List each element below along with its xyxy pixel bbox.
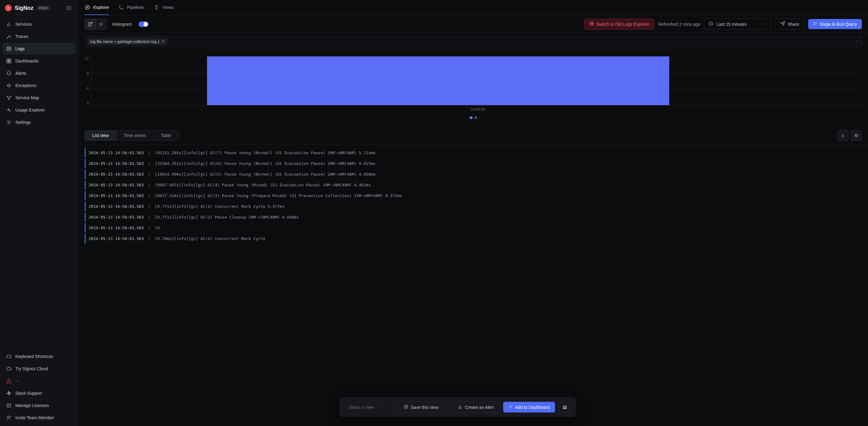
tab-label: Views — [162, 5, 174, 10]
log-body: [19624.996s][info][gc] GC(5) Pause Young… — [155, 172, 376, 176]
svg-point-7 — [8, 36, 9, 36]
y-tick: 4 — [87, 86, 89, 90]
chevron-down-icon[interactable] — [856, 39, 859, 44]
chart-plot-area[interactable] — [91, 56, 862, 105]
log-timestamp: 2024-05-13 14:56:02.563 — [89, 226, 144, 230]
view-mode-segmented: List view Time series Table — [85, 130, 179, 141]
sidebar-item-traces[interactable]: Traces — [2, 31, 76, 42]
sidebar-item-services[interactable]: Services — [2, 19, 76, 30]
switch-label: Switch to Old Logs Explorer — [596, 22, 650, 27]
sidebar-item-slack-support[interactable]: Slack Support — [2, 387, 76, 399]
sidebar-item-label: Traces — [16, 34, 28, 39]
save-view-button[interactable]: Save this view — [398, 401, 443, 413]
svg-point-43 — [119, 5, 120, 6]
log-separator: | — [148, 226, 151, 230]
svg-rect-69 — [563, 406, 566, 407]
sidebar: SigNoz FREE Services Traces Logs Dashboa… — [0, 0, 79, 426]
svg-rect-1 — [67, 6, 71, 10]
sidebar-item-keyboard-shortcuts[interactable]: Keyboard Shortcuts — [2, 351, 76, 362]
close-icon[interactable]: ✕ — [162, 39, 164, 43]
svg-rect-12 — [7, 59, 8, 61]
legend-label: A — [474, 115, 477, 120]
log-body: [8677.316s][info][gc] GC(3) Pause Young … — [155, 193, 402, 198]
log-row[interactable]: 2024-05-13 14:56:02.563|[0.766s][info][g… — [85, 234, 862, 243]
view-mode-timeseries[interactable]: Time series — [117, 131, 154, 140]
histogram-toggle[interactable] — [138, 22, 149, 27]
view-mode-list[interactable]: List view — [85, 131, 117, 140]
log-row[interactable]: 2024-05-13 14:56:02.563|[9687.947s][info… — [85, 180, 862, 190]
log-body: [0.771s][info][gc] GC(2) Concurrent Mark… — [155, 204, 285, 209]
download-button[interactable] — [837, 130, 848, 141]
log-row[interactable]: 2024-05-13 14:56:02.563|[8677.316s][info… — [85, 191, 862, 200]
columns-button[interactable] — [851, 130, 862, 141]
plan-badge: FREE — [36, 6, 50, 10]
log-timestamp: 2024-05-13 14:56:02.563 — [89, 215, 144, 220]
log-row[interactable]: 2024-05-13 14:56:02.563|[0.771s][info][g… — [85, 212, 862, 222]
view-mode-table[interactable]: Table — [154, 131, 179, 140]
svg-point-38 — [8, 416, 9, 418]
log-row[interactable]: 2024-05-13 14:56:02.563|[0 — [85, 223, 862, 233]
chart-bar[interactable] — [207, 56, 669, 105]
svg-point-24 — [8, 122, 10, 123]
sidebar-item-invite-team[interactable]: Invite Team Member — [2, 412, 76, 424]
y-tick: 12 — [85, 56, 89, 61]
log-list[interactable]: 2024-05-13 14:56:02.563|[45152.285s][inf… — [79, 145, 868, 426]
sidebar-item-exceptions[interactable]: Exceptions — [2, 80, 76, 91]
sidebar-item-alerts[interactable]: Alerts — [2, 67, 76, 79]
log-body: [0 — [155, 226, 160, 230]
clock-icon — [709, 21, 713, 27]
tab-pipelines[interactable]: Pipelines — [118, 0, 145, 15]
toolbar: Histogram Switch to Old Logs Explorer Re… — [79, 15, 868, 33]
play-icon — [813, 22, 817, 27]
sidebar-item-manage-licenses[interactable]: Manage Licenses — [2, 400, 76, 411]
chevron-down-icon — [377, 405, 381, 410]
tab-explorer[interactable]: Explorer — [85, 0, 109, 15]
switch-old-explorer-button[interactable]: Switch to Old Logs Explorer — [584, 19, 655, 30]
refreshed-label: Refreshed 2 mins ago — [658, 22, 700, 27]
sidebar-item-warning[interactable]: -- — [2, 375, 76, 387]
sidebar-item-logs[interactable]: Logs — [2, 43, 76, 55]
svg-line-46 — [91, 22, 92, 24]
dashboards-icon — [6, 58, 12, 64]
sidebar-item-service-map[interactable]: Service Map — [2, 92, 76, 104]
svg-rect-13 — [9, 59, 11, 61]
log-row[interactable]: 2024-05-13 14:56:02.563|[32364.352s][inf… — [85, 159, 862, 168]
time-range-picker[interactable]: Last 15 minutes — [704, 19, 771, 30]
svg-point-30 — [9, 382, 9, 382]
create-alert-button[interactable]: Create an Alert — [453, 401, 499, 413]
svg-point-64 — [857, 134, 858, 135]
log-body: [0.766s][info][gc] GC(2) Concurrent Mark… — [155, 236, 265, 241]
sidebar-item-usage-explorer[interactable]: Usage Explorer — [2, 104, 76, 116]
run-query-button[interactable]: Stage & Run Query — [808, 19, 862, 29]
svg-rect-34 — [9, 393, 11, 393]
log-body: [45152.285s][info][gc] GC(7) Pause Young… — [155, 151, 376, 155]
filter-input[interactable]: log.file.name = garbage-collection.log.1… — [85, 36, 862, 47]
sidebar-item-dashboards[interactable]: Dashboards — [2, 55, 76, 67]
chart-legend: A — [85, 115, 862, 120]
view-select[interactable]: Select a view — [345, 403, 394, 412]
sidebar-item-label: Invite Team Member — [16, 415, 54, 420]
sidebar-item-try-cloud[interactable]: Try Signoz Cloud — [2, 363, 76, 374]
sidebar-item-label: Manage Licenses — [16, 403, 49, 408]
add-to-dashboard-button[interactable]: Add to Dashboard — [503, 402, 555, 413]
activity-icon — [6, 107, 12, 113]
sidebar-item-settings[interactable]: Settings — [2, 117, 76, 128]
svg-marker-58 — [814, 22, 816, 25]
format-options-button[interactable] — [559, 402, 570, 413]
send-icon — [780, 21, 785, 27]
share-button[interactable]: Share — [775, 19, 804, 30]
svg-point-62 — [856, 136, 857, 137]
sidebar-item-label: Settings — [16, 120, 31, 125]
bug-icon — [6, 83, 12, 88]
sidebar-item-label: Services — [16, 22, 32, 27]
log-row[interactable]: 2024-05-13 14:56:02.563|[19624.996s][inf… — [85, 169, 862, 179]
tab-views[interactable]: Views — [154, 0, 174, 15]
log-row[interactable]: 2024-05-13 14:56:02.563|[45152.285s][inf… — [85, 148, 862, 158]
clickhouse-button[interactable] — [96, 19, 107, 30]
sidebar-collapse-button[interactable] — [65, 4, 73, 12]
log-row[interactable]: 2024-05-13 14:56:02.563|[0.771s][info][g… — [85, 202, 862, 211]
query-builder-button[interactable] — [85, 19, 96, 30]
log-timestamp: 2024-05-13 14:56:02.563 — [89, 183, 144, 187]
svg-point-60 — [855, 135, 856, 135]
log-separator: | — [148, 151, 151, 155]
